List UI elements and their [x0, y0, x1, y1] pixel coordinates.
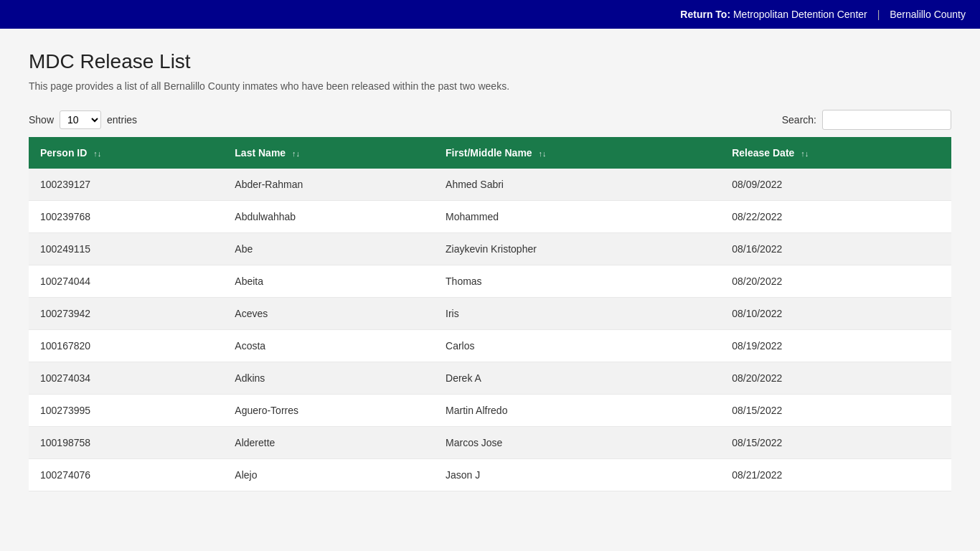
col-header-person-id[interactable]: Person ID ↑↓ [29, 137, 223, 169]
cell-last_name: Aguero-Torres [223, 395, 434, 427]
table-row: 100273942AcevesIris08/10/2022 [29, 298, 951, 330]
cell-first_middle_name: Ziaykevin Kristopher [434, 233, 720, 265]
sort-icon-release-date: ↑↓ [801, 149, 809, 158]
cell-person_id: 100239127 [29, 169, 223, 201]
table-header-row: Person ID ↑↓ Last Name ↑↓ First/Middle N… [29, 137, 951, 169]
table-row: 100273995Aguero-TorresMartin Alfredo08/1… [29, 395, 951, 427]
search-input[interactable] [822, 110, 951, 130]
table-row: 100274076AlejoJason J08/21/2022 [29, 459, 951, 491]
cell-first_middle_name: Marcos Jose [434, 427, 720, 459]
cell-release_date: 08/15/2022 [720, 395, 951, 427]
cell-first_middle_name: Ahmed Sabri [434, 169, 720, 201]
cell-release_date: 08/21/2022 [720, 459, 951, 491]
table-row: 100198758AlderetteMarcos Jose08/15/2022 [29, 427, 951, 459]
cell-release_date: 08/20/2022 [720, 362, 951, 395]
cell-release_date: 08/15/2022 [720, 427, 951, 459]
cell-person_id: 100249115 [29, 233, 223, 265]
cell-last_name: Acosta [223, 330, 434, 362]
cell-person_id: 100274076 [29, 459, 223, 491]
data-table: Person ID ↑↓ Last Name ↑↓ First/Middle N… [29, 137, 951, 491]
cell-last_name: Alderette [223, 427, 434, 459]
col-header-release-date[interactable]: Release Date ↑↓ [720, 137, 951, 169]
cell-release_date: 08/09/2022 [720, 169, 951, 201]
cell-last_name: Abeita [223, 265, 434, 298]
search-label: Search: [782, 114, 816, 126]
cell-last_name: Abe [223, 233, 434, 265]
facility-link[interactable]: Metropolitan Detention Center [733, 9, 867, 20]
table-row: 100274044AbeitaThomas08/20/2022 [29, 265, 951, 298]
cell-release_date: 08/22/2022 [720, 201, 951, 233]
entries-select[interactable]: 10 25 50 100 [60, 110, 101, 129]
cell-person_id: 100167820 [29, 330, 223, 362]
return-label: Return To: [680, 9, 730, 20]
cell-release_date: 08/10/2022 [720, 298, 951, 330]
cell-first_middle_name: Thomas [434, 265, 720, 298]
cell-first_middle_name: Derek A [434, 362, 720, 395]
cell-person_id: 100274034 [29, 362, 223, 395]
cell-last_name: Abdulwahhab [223, 201, 434, 233]
cell-person_id: 100198758 [29, 427, 223, 459]
cell-last_name: Alejo [223, 459, 434, 491]
col-header-first-middle-name[interactable]: First/Middle Name ↑↓ [434, 137, 720, 169]
cell-first_middle_name: Iris [434, 298, 720, 330]
top-bar: Return To: Metropolitan Detention Center… [0, 0, 980, 29]
cell-person_id: 100274044 [29, 265, 223, 298]
table-body: 100239127Abder-RahmanAhmed Sabri08/09/20… [29, 169, 951, 491]
page-title: MDC Release List [29, 50, 951, 73]
table-row: 100167820AcostaCarlos08/19/2022 [29, 330, 951, 362]
entries-label: entries [107, 114, 137, 126]
page-description: This page provides a list of all Bernali… [29, 80, 951, 92]
table-row: 100239768AbdulwahhabMohammed08/22/2022 [29, 201, 951, 233]
sort-icon-person-id: ↑↓ [93, 149, 101, 158]
show-label: Show [29, 114, 54, 126]
sort-icon-last-name: ↑↓ [292, 149, 300, 158]
cell-person_id: 100239768 [29, 201, 223, 233]
separator: | [877, 9, 880, 20]
cell-first_middle_name: Jason J [434, 459, 720, 491]
show-entries-control: Show 10 25 50 100 entries [29, 110, 137, 129]
cell-release_date: 08/19/2022 [720, 330, 951, 362]
county-link[interactable]: Bernalillo County [890, 9, 966, 20]
cell-release_date: 08/16/2022 [720, 233, 951, 265]
table-row: 100274034AdkinsDerek A08/20/2022 [29, 362, 951, 395]
cell-last_name: Adkins [223, 362, 434, 395]
cell-release_date: 08/20/2022 [720, 265, 951, 298]
sort-icon-first-middle-name: ↑↓ [539, 149, 547, 158]
cell-person_id: 100273995 [29, 395, 223, 427]
cell-person_id: 100273942 [29, 298, 223, 330]
controls-row: Show 10 25 50 100 entries Search: [29, 110, 951, 130]
cell-last_name: Abder-Rahman [223, 169, 434, 201]
table-row: 100249115AbeZiaykevin Kristopher08/16/20… [29, 233, 951, 265]
cell-first_middle_name: Carlos [434, 330, 720, 362]
cell-first_middle_name: Mohammed [434, 201, 720, 233]
cell-last_name: Aceves [223, 298, 434, 330]
cell-first_middle_name: Martin Alfredo [434, 395, 720, 427]
table-row: 100239127Abder-RahmanAhmed Sabri08/09/20… [29, 169, 951, 201]
col-header-last-name[interactable]: Last Name ↑↓ [223, 137, 434, 169]
search-box: Search: [782, 110, 951, 130]
main-content: MDC Release List This page provides a li… [0, 29, 980, 545]
